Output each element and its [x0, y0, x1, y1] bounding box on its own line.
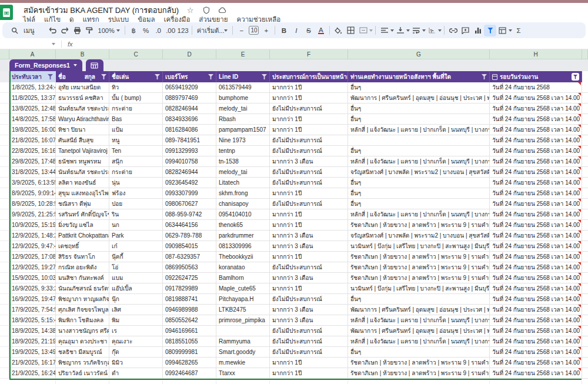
cell-r19-c4[interactable]: 0922624725 [163, 273, 216, 283]
row-number-cell[interactable] [0, 252, 9, 262]
cell-r10-c7[interactable]: อื่นๆ [348, 178, 490, 188]
cell-r26-c8[interactable]: วันที่ 24 กันยายน 2568 เวลา 14.00 - 16.0… [490, 347, 582, 358]
cell-r28-c3[interactable]: ดำ [109, 368, 163, 379]
cell-sliver[interactable] [582, 336, 588, 347]
cell-r19-c1[interactable]: 15/9/2025, 10:03:04 [9, 273, 56, 283]
cell-r6-c4[interactable]: 089-7841951 [163, 135, 216, 146]
row-number-cell[interactable] [0, 231, 9, 241]
cell-sliver[interactable] [582, 358, 588, 368]
cell-r11-c4[interactable]: 0993307999 [163, 188, 216, 199]
cell-r4-c6[interactable]: มากกว่า 1ปี [270, 114, 348, 125]
borders-icon[interactable] [345, 25, 357, 36]
cell-r18-c7[interactable]: รัชดาภิเษก | ห้วยขวาง | ลาดพร้าว | พระรา… [348, 262, 490, 273]
more-formats-icon[interactable]: 123 [177, 25, 189, 36]
cell-r23-c8[interactable]: วันที่ 24 กันยายน 2568 เวลา 14.00 - 16.0… [490, 315, 582, 326]
filter-funnel-icon[interactable] [101, 74, 106, 79]
cell-r24-c6[interactable]: ยังไม่มีประสบการณ์ [270, 326, 348, 336]
row-number-cell[interactable] [0, 93, 9, 103]
cell-sliver[interactable] [582, 82, 588, 93]
cell-r22-c5[interactable]: LTKB2475 [216, 305, 270, 315]
cell-r4-c7[interactable]: อื่นๆ [348, 114, 490, 125]
decrease-decimal-icon[interactable]: .0 [152, 25, 165, 36]
grid-corner[interactable] [0, 49, 9, 59]
row-number-cell[interactable] [0, 347, 9, 358]
cell-r14-c4[interactable]: 0634464156 [163, 220, 216, 231]
cell-r19-c5[interactable]: Bamlhorn [216, 273, 270, 283]
cell-r18-c1[interactable]: 12/9/2025, 19:27:43 [9, 262, 56, 273]
row-number-cell[interactable] [0, 135, 9, 146]
cell-r24-c1[interactable]: 18/9/2025, 14:38:33 [9, 326, 56, 336]
row-number-cell[interactable] [0, 156, 9, 167]
cell-r3-c2[interactable]: นันท์ธนภัส รชตะประสงค์ [56, 103, 109, 114]
search-menus-button[interactable]: เมนู [7, 25, 38, 36]
cell-r24-c7[interactable]: พัฒนาการ | ศรีนครินทร์ | อุดมสุข | อ่อนน… [348, 326, 490, 336]
cell-r17-c2[interactable]: สิริธร จันทาโภ [56, 252, 109, 262]
empty-cell[interactable] [109, 380, 163, 384]
cell-r6-c1[interactable]: 21/8/2025, 16:07:48 [9, 135, 56, 146]
cell-r27-c8[interactable]: วันที่ 24 กันยายน 2568 เวลา 14.00 - 16.0… [490, 358, 582, 368]
cell-r10-c6[interactable]: ยังไม่มีประสบการณ์ [270, 178, 348, 188]
cell-r5-c4[interactable]: 0816284086 [163, 125, 216, 135]
cell-r10-c3[interactable]: นุ่น [109, 178, 163, 188]
header-event[interactable]: รอบวันร่วมงาน [490, 71, 582, 82]
cell-r12-c6[interactable]: ยังไม่มีประสบการณ์ [270, 199, 348, 209]
cell-r12-c5[interactable]: chanisapoy [216, 199, 270, 209]
cell-r22-c3[interactable]: เลิศ [109, 305, 163, 315]
cell-r26-c4[interactable]: 0809999981 [163, 347, 216, 358]
cell-sliver[interactable] [582, 241, 588, 252]
cell-r21-c3[interactable]: นุ๊ก [109, 294, 163, 305]
cell-r18-c5[interactable]: koranatao [216, 262, 270, 273]
cell-r16-c2[interactable]: เดชฤทธิ์ [56, 241, 109, 252]
strikethrough-button[interactable]: S [302, 25, 315, 36]
cell-r8-c7[interactable]: หลักสี่ | แจ้งวัฒนะ | แคราย | ปากเกร็ด |… [348, 156, 490, 167]
cell-r16-c6[interactable]: มากกว่า 3 เดือน [270, 241, 348, 252]
cell-r9-c8[interactable]: วันที่ 24 กันยายน 2568 เวลา 14.00 - 16.0… [490, 167, 582, 178]
cell-r7-c8[interactable]: วันที่ 24 กันยายน 2568 เวลา 14.00 - 16.0… [490, 146, 582, 156]
cell-r28-c6[interactable]: มากกว่า 1ปี [270, 368, 348, 379]
cell-r1-c4[interactable]: 0659419209 [163, 82, 216, 93]
cell-r26-c3[interactable]: กุ๊ด [109, 347, 163, 358]
cell-sliver[interactable] [582, 125, 588, 135]
row-number-cell[interactable] [0, 199, 9, 209]
cell-r9-c6[interactable]: ยังไม่มีประสบการณ์ [270, 167, 348, 178]
cell-sliver[interactable] [582, 305, 588, 315]
cell-r2-c5[interactable]: bumphome [216, 93, 270, 103]
cell-r20-c6[interactable]: มากกว่า 1ปี [270, 283, 348, 294]
cell-r2-c4[interactable]: 0889797469 [163, 93, 216, 103]
redo-icon[interactable] [59, 25, 71, 36]
text-color-button[interactable]: A [318, 27, 324, 34]
cell-r20-c2[interactable]: นันณภัชสรณ์ ธนรัตน์ภัทรโชติ [56, 283, 109, 294]
cell-r12-c2[interactable]: ชณิสรา ดีพุ่ม [56, 199, 109, 209]
cell-r18-c2[interactable]: กรณิท อยะพิดัง [56, 262, 109, 273]
cell-r10-c2[interactable]: ลลิตา ทองขันธ์ [56, 178, 109, 188]
cell-r19-c7[interactable]: รัชดาภิเษก | ห้วยขวาง | ลาดพร้าว | พระรา… [348, 273, 490, 283]
cell-r4-c4[interactable]: 0834933696 [163, 114, 216, 125]
insert-comment-icon[interactable] [459, 25, 472, 36]
row-number-cell[interactable] [0, 262, 9, 273]
cell-r27-c2[interactable]: พิชญากร วรภัคจิรกุล [56, 358, 109, 368]
cell-r6-c2[interactable]: ศันสนีย์ สืบสุข [56, 135, 109, 146]
cell-r10-c5[interactable]: Litatech [216, 178, 270, 188]
cell-r25-c2[interactable]: คุณอุมา ดวงประชา [56, 336, 109, 347]
cell-r14-c7[interactable]: รัชดาภิเษก | ห้วยขวาง | ลาดพร้าว | พระรา… [348, 220, 490, 231]
cloud-status-icon[interactable] [218, 6, 226, 15]
cell-sliver[interactable] [582, 262, 588, 273]
empty-cell[interactable] [56, 380, 109, 384]
row-number-cell[interactable] [0, 294, 9, 305]
paint-format-icon[interactable] [83, 25, 96, 36]
cell-r3-c6[interactable]: ยังไม่มีประสบการณ์ [270, 103, 348, 114]
cell-r7-c7[interactable]: อื่นๆ [348, 146, 490, 156]
text-rotation-icon[interactable]: A [426, 25, 438, 36]
cell-sliver[interactable] [582, 294, 588, 305]
zoom-control[interactable]: 100% [96, 25, 122, 36]
empty-cell[interactable] [9, 380, 56, 384]
cell-r14-c5[interactable]: thenok65 [216, 220, 270, 231]
cell-sliver[interactable] [582, 178, 588, 188]
empty-cell[interactable] [270, 380, 348, 384]
cell-r2-c3[interactable]: บั้ม ( bump) [109, 93, 163, 103]
cell-r23-c4[interactable]: 0850552642 [163, 315, 216, 326]
percent-format-icon[interactable]: % [140, 25, 152, 36]
bold-button[interactable]: B [278, 25, 290, 36]
fill-color-icon[interactable] [332, 25, 345, 36]
cell-r18-c8[interactable]: วันที่ 24 กันยายน 2568 เวลา 14.00 - 16.0… [490, 262, 582, 273]
